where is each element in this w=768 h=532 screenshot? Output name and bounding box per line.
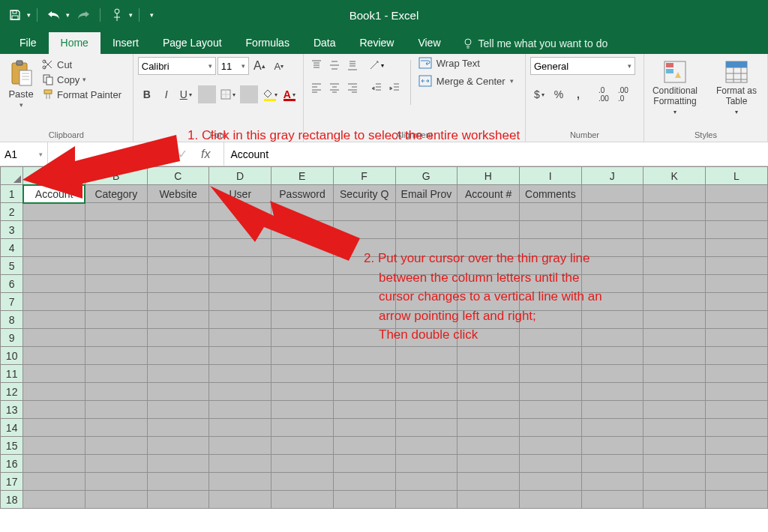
align-left-icon[interactable] bbox=[308, 79, 325, 96]
cell[interactable] bbox=[458, 293, 520, 311]
cell[interactable] bbox=[520, 491, 582, 509]
cell[interactable] bbox=[458, 365, 520, 383]
cell[interactable] bbox=[23, 473, 86, 491]
format-painter-button[interactable]: Format Painter bbox=[42, 88, 122, 100]
cell[interactable] bbox=[85, 365, 147, 383]
row-header[interactable]: 18 bbox=[1, 491, 23, 509]
cell[interactable] bbox=[333, 203, 395, 221]
cell[interactable] bbox=[581, 329, 644, 347]
cell[interactable] bbox=[644, 491, 706, 509]
column-header[interactable]: C bbox=[147, 167, 209, 185]
decrease-indent-icon[interactable] bbox=[368, 79, 385, 96]
row-header[interactable]: 6 bbox=[1, 275, 23, 293]
cell[interactable] bbox=[520, 347, 582, 365]
cell[interactable] bbox=[395, 275, 458, 293]
cell[interactable] bbox=[272, 383, 334, 401]
fx-icon[interactable]: fx bbox=[195, 148, 216, 161]
align-bottom-icon[interactable] bbox=[344, 57, 361, 73]
cell[interactable] bbox=[23, 455, 86, 473]
cell[interactable] bbox=[209, 365, 272, 383]
cell[interactable] bbox=[395, 257, 458, 275]
cell[interactable]: Comments bbox=[520, 185, 582, 203]
cell[interactable] bbox=[272, 329, 334, 347]
italic-button[interactable]: I bbox=[158, 85, 176, 103]
paste-button[interactable]: Paste ▾ bbox=[4, 57, 38, 109]
cell[interactable] bbox=[333, 257, 395, 275]
cell[interactable] bbox=[395, 293, 458, 311]
cancel-formula-icon[interactable]: ✕ bbox=[160, 147, 170, 161]
cell[interactable] bbox=[706, 365, 768, 383]
cell[interactable] bbox=[644, 365, 706, 383]
tab-file[interactable]: File bbox=[8, 32, 49, 54]
tab-page-layout[interactable]: Page Layout bbox=[151, 32, 234, 54]
cell[interactable] bbox=[85, 329, 147, 347]
cell[interactable] bbox=[333, 437, 395, 455]
wrap-text-button[interactable]: Wrap Text bbox=[418, 57, 514, 69]
cell[interactable] bbox=[209, 221, 272, 239]
cell[interactable] bbox=[706, 185, 768, 203]
column-header[interactable]: J bbox=[581, 167, 644, 185]
cell[interactable] bbox=[272, 257, 334, 275]
column-header[interactable]: B bbox=[85, 167, 147, 185]
cell[interactable] bbox=[333, 491, 395, 509]
cell[interactable]: Password bbox=[272, 185, 334, 203]
cell[interactable] bbox=[333, 365, 395, 383]
cell[interactable] bbox=[458, 203, 520, 221]
cell[interactable] bbox=[706, 383, 768, 401]
cell[interactable] bbox=[706, 419, 768, 437]
cell[interactable] bbox=[209, 203, 272, 221]
cell[interactable] bbox=[520, 329, 582, 347]
cell[interactable] bbox=[458, 491, 520, 509]
cell[interactable] bbox=[147, 383, 209, 401]
cell[interactable] bbox=[85, 383, 147, 401]
cell[interactable] bbox=[272, 347, 334, 365]
cell[interactable]: Email Prov bbox=[395, 185, 458, 203]
cell[interactable] bbox=[458, 347, 520, 365]
column-header[interactable]: K bbox=[644, 167, 706, 185]
formula-bar-input[interactable]: Account bbox=[224, 148, 768, 160]
cell[interactable] bbox=[85, 437, 147, 455]
cell[interactable] bbox=[333, 473, 395, 491]
cell[interactable] bbox=[458, 275, 520, 293]
cell[interactable] bbox=[85, 203, 147, 221]
cell[interactable] bbox=[395, 347, 458, 365]
cell[interactable] bbox=[23, 311, 86, 329]
cell[interactable] bbox=[644, 401, 706, 419]
cell[interactable] bbox=[581, 347, 644, 365]
cell[interactable] bbox=[458, 221, 520, 239]
save-icon[interactable] bbox=[4, 4, 26, 25]
row-header[interactable]: 14 bbox=[1, 419, 23, 437]
cell[interactable] bbox=[706, 473, 768, 491]
cell[interactable] bbox=[458, 311, 520, 329]
cell[interactable] bbox=[706, 329, 768, 347]
cell[interactable] bbox=[520, 365, 582, 383]
cell[interactable] bbox=[458, 473, 520, 491]
cell[interactable] bbox=[23, 203, 86, 221]
cell[interactable] bbox=[706, 437, 768, 455]
row-header[interactable]: 11 bbox=[1, 365, 23, 383]
merge-center-button[interactable]: Merge & Center ▾ bbox=[418, 75, 514, 87]
row-header[interactable]: 4 bbox=[1, 239, 23, 257]
cell[interactable] bbox=[23, 365, 86, 383]
cell[interactable] bbox=[23, 257, 86, 275]
cell[interactable] bbox=[458, 455, 520, 473]
row-header[interactable]: 12 bbox=[1, 383, 23, 401]
cell[interactable] bbox=[333, 293, 395, 311]
cell[interactable] bbox=[147, 203, 209, 221]
cell[interactable] bbox=[644, 221, 706, 239]
cell[interactable] bbox=[581, 203, 644, 221]
cell[interactable] bbox=[644, 329, 706, 347]
cell[interactable] bbox=[458, 383, 520, 401]
cell[interactable] bbox=[581, 455, 644, 473]
cell[interactable] bbox=[333, 401, 395, 419]
cell[interactable] bbox=[520, 293, 582, 311]
cell[interactable] bbox=[23, 275, 86, 293]
number-format-select[interactable]: General▾ bbox=[530, 57, 635, 75]
cell[interactable] bbox=[581, 365, 644, 383]
underline-button[interactable]: U▾ bbox=[177, 85, 195, 103]
cell[interactable]: Website bbox=[147, 185, 209, 203]
cell[interactable] bbox=[23, 437, 86, 455]
cell[interactable]: Security Q bbox=[333, 185, 395, 203]
tab-home[interactable]: Home bbox=[49, 32, 100, 54]
cell[interactable] bbox=[520, 401, 582, 419]
